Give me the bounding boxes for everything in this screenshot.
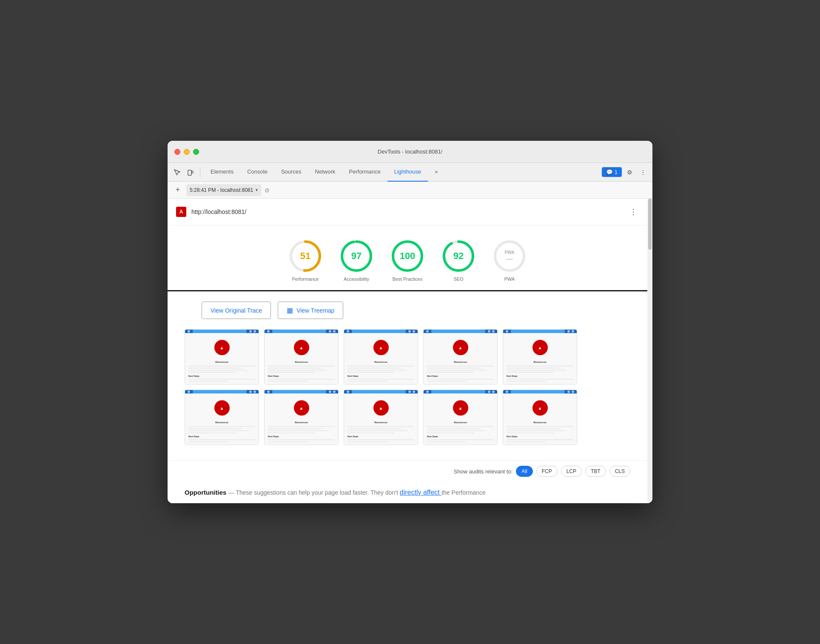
- filmstrip-thumb: ▲ResourcesNext Steps: [185, 390, 259, 445]
- filmstrip-row-2: ▲ResourcesNext Steps ▲ResourcesNext Step…: [185, 390, 630, 445]
- site-favicon: A: [176, 207, 186, 217]
- opportunities-desc: These suggestions can help your page loa…: [236, 489, 399, 496]
- site-url: http://localhost:8081/: [191, 208, 623, 215]
- filmstrip-thumb: ▲ResourcesNext Steps: [423, 329, 498, 385]
- maximize-button[interactable]: [193, 149, 199, 155]
- score-label-best-practices: Best Practices: [393, 276, 422, 282]
- tab-sources[interactable]: Sources: [274, 163, 308, 182]
- traffic-lights: [168, 149, 199, 155]
- filmstrip-thumb: ▲ResourcesNext Steps: [185, 329, 259, 385]
- score-seo: 92 SEO: [441, 239, 475, 282]
- opportunities-link[interactable]: directly affect: [400, 489, 441, 496]
- score-performance: 51 Performance: [288, 239, 322, 282]
- score-label-performance: Performance: [292, 276, 319, 282]
- filmstrip-thumb: ▲ResourcesNext Steps: [344, 329, 418, 385]
- filmstrip-thumb: ▲ResourcesNext Steps: [423, 390, 498, 445]
- filter-all-button[interactable]: All: [516, 466, 532, 477]
- filmstrip-section: ▲ResourcesNext Steps ▲ResourcesNext Step…: [168, 329, 647, 460]
- gauge-circle-accessibility: 97: [339, 239, 373, 273]
- action-buttons: View Original Trace ▦ View Treemap: [168, 291, 647, 329]
- svg-rect-1: [192, 171, 193, 173]
- filmstrip-thumb: ▲ResourcesNext Steps: [264, 390, 339, 445]
- gauge-circle-best-practices: 100: [390, 239, 424, 273]
- opportunities-separator: —: [228, 489, 236, 496]
- filter-tbt-button[interactable]: TBT: [585, 466, 606, 477]
- score-value-seo: 92: [453, 251, 464, 262]
- lighthouse-url-header: A http://localhost:8081/ ⋮: [168, 199, 647, 225]
- score-value-best-practices: 100: [400, 251, 416, 262]
- filter-fcp-button[interactable]: FCP: [536, 466, 558, 477]
- pwa-label: PWA: [505, 250, 515, 255]
- opportunities-desc-end: the Performance: [441, 489, 486, 496]
- filmstrip-thumb: ▲ResourcesNext Steps: [344, 390, 418, 445]
- tab-lighthouse[interactable]: Lighthouse: [387, 163, 428, 182]
- tab-elements[interactable]: Elements: [204, 163, 240, 182]
- opportunities-section: Opportunities — These suggestions can he…: [168, 482, 647, 503]
- audit-controls: Show audits relevant to: All FCP LCP TBT…: [168, 460, 647, 482]
- gauge-circle-pwa: PWA —: [493, 239, 527, 273]
- scrollbar-track[interactable]: [647, 199, 652, 503]
- content-area: A http://localhost:8081/ ⋮ 51: [168, 199, 652, 503]
- chat-button[interactable]: 💬 1: [602, 167, 622, 177]
- title-bar: DevTools - localhost:8081/: [168, 141, 652, 163]
- score-value-performance: 51: [300, 251, 310, 262]
- view-original-trace-button[interactable]: View Original Trace: [202, 302, 271, 319]
- window-title: DevTools - localhost:8081/: [378, 148, 442, 155]
- tab-more[interactable]: »: [428, 163, 444, 182]
- tab-performance[interactable]: Performance: [342, 163, 387, 182]
- score-accessibility: 97 Accessibility: [339, 239, 373, 282]
- filmstrip-thumb: ▲ResourcesNext Steps: [503, 390, 577, 445]
- tab-network[interactable]: Network: [308, 163, 342, 182]
- score-label-accessibility: Accessibility: [344, 276, 369, 282]
- filmstrip-thumb: ▲ResourcesNext Steps: [264, 329, 339, 385]
- scrollbar-thumb[interactable]: [648, 199, 652, 250]
- inspect-element-button[interactable]: [171, 166, 183, 178]
- lighthouse-more-button[interactable]: ⋮: [628, 205, 639, 218]
- filter-lcp-button[interactable]: LCP: [561, 466, 582, 477]
- opportunities-title: Opportunities: [185, 489, 226, 496]
- url-dropdown-icon: ▾: [256, 188, 258, 192]
- minimize-button[interactable]: [184, 149, 190, 155]
- filmstrip-row-1: ▲ResourcesNext Steps ▲ResourcesNext Step…: [185, 329, 630, 385]
- lighthouse-panel: A http://localhost:8081/ ⋮ 51: [168, 199, 647, 503]
- toolbar-right: 💬 1 ⚙ ⋮: [602, 166, 649, 178]
- filmstrip-thumb: ▲ResourcesNext Steps: [503, 329, 577, 385]
- scores-section: 51 Performance 97 Accessibility: [168, 225, 647, 291]
- tab-console[interactable]: Console: [240, 163, 274, 182]
- close-button[interactable]: [174, 149, 180, 155]
- score-label-seo: SEO: [453, 276, 463, 282]
- url-input-container[interactable]: 5:28:41 PM - localhost:8081 ▾: [186, 184, 261, 196]
- devtools-window: DevTools - localhost:8081/ Elements Cons…: [168, 141, 652, 503]
- settings-button[interactable]: ⚙: [624, 166, 635, 178]
- score-pwa: PWA — PWA: [493, 239, 527, 282]
- more-options-button[interactable]: ⋮: [637, 166, 649, 178]
- url-bar: + 5:28:41 PM - localhost:8081 ▾ ⊘: [168, 182, 652, 199]
- audit-filter-label: Show audits relevant to:: [454, 468, 513, 475]
- svg-rect-0: [188, 170, 191, 175]
- view-treemap-button[interactable]: ▦ View Treemap: [278, 302, 343, 319]
- toolbar-separator: [200, 167, 200, 177]
- tab-bar: Elements Console Sources Network Perform…: [204, 163, 600, 182]
- gauge-circle-seo: 92: [441, 239, 475, 273]
- score-value-accessibility: 97: [351, 251, 362, 262]
- gauge-circle-performance: 51: [288, 239, 322, 273]
- score-label-pwa: PWA: [504, 276, 515, 282]
- block-icon: ⊘: [265, 187, 270, 194]
- add-tab-button[interactable]: +: [173, 185, 183, 195]
- devtools-toolbar: Elements Console Sources Network Perform…: [168, 163, 652, 182]
- device-toolbar-button[interactable]: [185, 166, 196, 178]
- filter-cls-button[interactable]: CLS: [609, 466, 630, 477]
- score-best-practices: 100 Best Practices: [390, 239, 424, 282]
- url-display: 5:28:41 PM - localhost:8081: [190, 187, 253, 193]
